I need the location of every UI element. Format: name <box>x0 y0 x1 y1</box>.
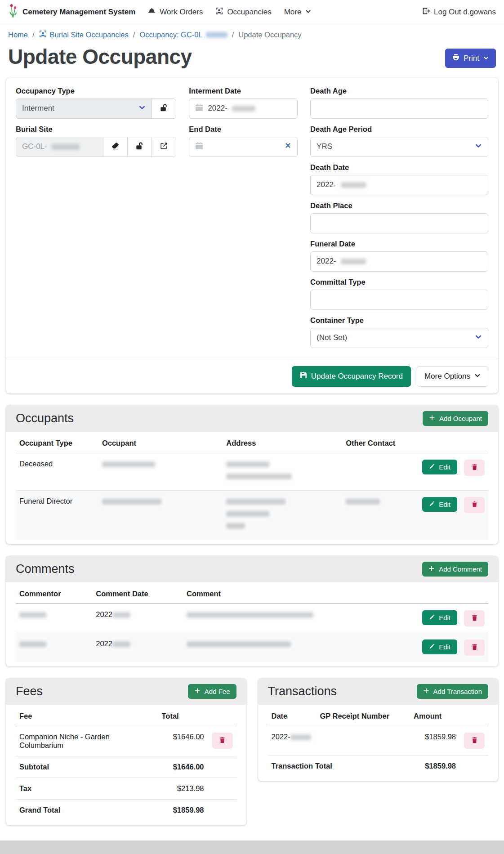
comments-col-comment: Comment <box>183 584 419 604</box>
committal-type-input[interactable] <box>310 290 488 310</box>
address-line <box>226 472 339 480</box>
logout-button[interactable]: Log Out d.gowans <box>422 7 496 17</box>
pencil-icon <box>429 614 435 621</box>
pencil-icon <box>429 501 435 508</box>
add-transaction-button[interactable]: Add Transaction <box>417 684 488 699</box>
address-line <box>226 460 339 468</box>
occupancy-type-field: Occupancy Type Interment <box>16 87 176 119</box>
edit-button[interactable]: Edit <box>422 610 457 625</box>
more-options-button[interactable]: More Options <box>417 366 488 387</box>
interment-date-label: Interment Date <box>189 87 298 95</box>
death-age-label: Death Age <box>310 87 488 95</box>
transactions-col-amount: Amount <box>410 706 459 726</box>
other-contact-cell <box>342 453 419 490</box>
delete-button[interactable] <box>464 733 485 749</box>
fee-summary-row: Subtotal$1646.00 <box>16 756 236 778</box>
redacted-text <box>52 144 80 150</box>
delete-button[interactable] <box>212 733 233 749</box>
clear-end-date-button[interactable] <box>285 142 291 151</box>
transactions-col-date: Date <box>268 706 317 726</box>
comments-title: Comments <box>16 562 75 576</box>
breadcrumb-occupancy[interactable]: Occupancy: GC-0L <box>139 31 227 39</box>
breadcrumb-current: Update Occupancy <box>238 31 301 39</box>
summary-value-cell: $1859.98 <box>158 799 208 821</box>
death-date-input[interactable]: 2022- <box>310 175 488 195</box>
container-type-select[interactable]: (Not Set) <box>310 328 488 348</box>
hard-hat-icon <box>148 7 156 17</box>
unlock-occupancy-type-button[interactable] <box>152 98 176 119</box>
delete-button[interactable] <box>464 460 485 476</box>
end-date-input[interactable] <box>189 137 298 157</box>
comment-date-cell: 2022 <box>92 633 183 662</box>
edit-button[interactable]: Edit <box>422 460 457 474</box>
nav-work-orders-label: Work Orders <box>160 8 203 17</box>
external-link-icon <box>160 142 168 151</box>
person-frame-icon <box>39 30 47 40</box>
commentor-cell <box>16 633 92 662</box>
redacted-text <box>341 259 366 264</box>
clear-burial-site-button[interactable] <box>103 137 128 157</box>
death-age-period-label: Death Age Period <box>310 125 488 134</box>
fees-col-actions <box>208 706 236 726</box>
fee-total-cell: $1646.00 <box>158 726 208 756</box>
add-fee-button[interactable]: Add Fee <box>188 684 236 699</box>
add-occupant-button[interactable]: Add Occupant <box>423 411 488 426</box>
breadcrumb-home[interactable]: Home <box>8 31 28 39</box>
occupant-type-cell: Deceased <box>16 453 98 490</box>
death-place-input[interactable] <box>310 213 488 233</box>
logout-label: Log Out d.gowans <box>434 8 496 17</box>
comments-col-commentor: Commentor <box>16 584 92 604</box>
page-title: Update Occupancy <box>8 45 192 69</box>
breadcrumb-burial-site-occupancies[interactable]: Burial Site Occupancies <box>39 30 129 40</box>
comments-card: Comments Add Comment Commentor Comment D… <box>6 556 498 666</box>
occupants-col-occupant: Occupant <box>98 434 223 453</box>
open-burial-site-button[interactable] <box>152 137 176 157</box>
delete-button[interactable] <box>464 610 485 626</box>
interment-date-input[interactable]: 2022- <box>189 98 298 119</box>
nav-occupancies[interactable]: Occupancies <box>215 7 271 17</box>
burial-site-field: Burial Site GC-0L- <box>16 125 176 157</box>
delete-button[interactable] <box>464 497 485 513</box>
redacted-text <box>226 523 245 529</box>
burial-site-input[interactable]: GC-0L- <box>16 137 103 157</box>
empty-cell <box>208 756 236 778</box>
row-actions-cell <box>459 726 488 755</box>
amount-cell: $1859.98 <box>410 726 459 755</box>
nav-work-orders[interactable]: Work Orders <box>148 7 203 17</box>
transactions-card: Transactions Add Transaction Date GP Rec… <box>258 678 499 781</box>
edit-button[interactable]: Edit <box>422 639 457 654</box>
edit-button[interactable]: Edit <box>422 497 457 512</box>
death-date-field: Death Date 2022- <box>310 163 488 195</box>
transaction-total-value-cell: $1859.98 <box>410 755 459 777</box>
address-line <box>226 509 339 518</box>
delete-button[interactable] <box>464 639 485 656</box>
funeral-date-label: Funeral Date <box>310 240 488 248</box>
pencil-icon <box>429 643 435 651</box>
redacted-text <box>112 612 130 618</box>
container-type-field: Container Type (Not Set) <box>310 316 488 348</box>
death-place-label: Death Place <box>310 201 488 210</box>
death-age-input[interactable] <box>310 98 488 119</box>
funeral-date-input[interactable]: 2022- <box>310 251 488 272</box>
transactions-col-receipt: GP Receipt Number <box>316 706 410 726</box>
add-comment-button[interactable]: Add Comment <box>422 562 488 577</box>
redacted-text <box>102 499 161 505</box>
fee-name-cell: Companion Niche - Garden Columbarium <box>16 726 158 756</box>
unlock-icon <box>135 142 144 152</box>
summary-label-cell: Subtotal <box>16 756 158 778</box>
redacted-text <box>19 641 46 647</box>
redacted-text <box>19 612 46 618</box>
trash-icon <box>471 737 478 745</box>
update-occupancy-record-button[interactable]: Update Occupancy Record <box>292 366 411 387</box>
fees-card: Fees Add Fee Fee Total Companion Niche <box>6 678 246 825</box>
occupancy-type-select[interactable]: Interment <box>16 98 152 119</box>
death-age-period-select[interactable]: YRS <box>310 137 488 157</box>
nav-more[interactable]: More <box>284 8 312 17</box>
edit-button-label: Edit <box>439 463 450 471</box>
fee-row: Companion Niche - Garden Columbarium$164… <box>16 726 236 756</box>
row-actions-cell: Edit <box>419 453 488 490</box>
print-button[interactable]: Print <box>445 49 496 68</box>
unlock-burial-site-button[interactable] <box>127 137 152 157</box>
death-age-field: Death Age <box>310 87 488 119</box>
transaction-date-cell: 2022- <box>268 726 317 755</box>
